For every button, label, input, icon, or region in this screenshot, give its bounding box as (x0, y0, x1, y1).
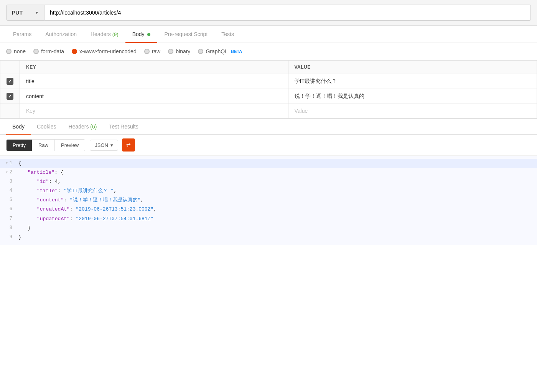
row-value-cell[interactable]: 说！学！逗！唱！我是认真的 (288, 89, 537, 104)
request-tabs: Params Authorization Headers (9) Body Pr… (0, 26, 537, 43)
radio-none[interactable]: none (6, 48, 26, 54)
table-row: content 说！学！逗！唱！我是认真的 (0, 89, 537, 104)
headers-badge: (9) (112, 31, 119, 37)
response-tabs: Body Cookies Headers (6) Test Results (0, 119, 537, 135)
json-line: 3"id": 4, (0, 177, 537, 186)
json-viewer: ▾1{▾2"article": {3"id": 4,4"title": "学IT… (0, 156, 537, 245)
body-type-options: none form-data x-www-form-urlencoded raw… (0, 43, 537, 60)
fold-arrow-icon[interactable]: ▾ (6, 169, 8, 176)
json-line: 7"updatedAt": "2019-06-27T07:54:01.681Z" (0, 214, 537, 224)
view-controls: Pretty Raw Preview JSON ▾ ⇄ (0, 135, 537, 156)
method-label: PUT (12, 10, 23, 16)
body-dot-indicator (147, 33, 150, 36)
response-tab-cookies[interactable]: Cookies (31, 119, 63, 134)
row-key-cell[interactable]: title (20, 74, 288, 89)
tab-authorization[interactable]: Authorization (38, 26, 84, 43)
view-btn-raw[interactable]: Raw (32, 140, 55, 151)
method-chevron-icon: ▼ (35, 11, 39, 15)
table-row-placeholder: Key Value (0, 104, 537, 118)
radio-x-www-form-urlencoded-circle (72, 49, 77, 54)
response-tab-body[interactable]: Body (6, 119, 31, 134)
radio-binary[interactable]: binary (168, 48, 190, 54)
kv-table: KEY VALUE title 学IT最讲究什么？ content 说！学！逗！… (0, 60, 537, 118)
view-btn-preview[interactable]: Preview (55, 140, 85, 151)
json-line: ▾1{ (0, 159, 537, 168)
format-selector[interactable]: JSON ▾ (90, 140, 118, 151)
json-line: 8} (0, 224, 537, 233)
radio-x-www-form-urlencoded[interactable]: x-www-form-urlencoded (72, 48, 137, 54)
beta-badge: BETA (231, 49, 242, 54)
radio-none-circle (6, 49, 12, 54)
col-value-header: VALUE (288, 61, 537, 74)
json-line: 6"createdAt": "2019-06-26T13:51:23.000Z"… (0, 205, 537, 214)
placeholder-key-cell[interactable]: Key (20, 104, 288, 118)
radio-raw[interactable]: raw (144, 48, 161, 54)
response-headers-badge: (6) (90, 124, 97, 130)
radio-form-data-circle (33, 49, 39, 54)
radio-form-data[interactable]: form-data (33, 48, 64, 54)
row-checkbox-cell (0, 74, 20, 89)
col-checkbox-header (0, 61, 20, 74)
tab-body[interactable]: Body (125, 26, 158, 43)
response-section: Body Cookies Headers (6) Test Results Pr… (0, 118, 537, 245)
tab-params[interactable]: Params (6, 26, 38, 43)
radio-raw-circle (144, 49, 150, 54)
json-line: 9} (0, 233, 537, 242)
table-row: title 学IT最讲究什么？ (0, 74, 537, 89)
json-line: 5"content": "说！学！逗！唱！我是认真的", (0, 196, 537, 205)
placeholder-value-cell[interactable]: Value (288, 104, 537, 118)
fold-arrow-icon[interactable]: ▾ (6, 160, 8, 166)
response-tab-headers[interactable]: Headers (6) (63, 119, 103, 134)
radio-binary-circle (168, 49, 173, 54)
wrap-button[interactable]: ⇄ (122, 138, 135, 152)
tab-tests[interactable]: Tests (214, 26, 241, 43)
method-selector[interactable]: PUT ▼ (6, 5, 44, 21)
radio-graphql-circle (198, 49, 203, 54)
row-value-cell[interactable]: 学IT最讲究什么？ (288, 74, 537, 89)
row-key-cell[interactable]: content (20, 89, 288, 104)
placeholder-checkbox-cell (0, 104, 20, 118)
checkbox-checked[interactable] (7, 78, 13, 85)
response-tab-test-results[interactable]: Test Results (103, 119, 144, 134)
view-button-group: Pretty Raw Preview (6, 139, 85, 151)
url-input[interactable] (44, 5, 531, 21)
json-line: ▾2"article": { (0, 168, 537, 177)
tab-pre-request[interactable]: Pre-request Script (157, 26, 214, 43)
url-bar: PUT ▼ (0, 0, 537, 26)
view-btn-pretty[interactable]: Pretty (7, 140, 32, 151)
checkbox-checked[interactable] (7, 93, 13, 100)
tab-headers[interactable]: Headers (9) (84, 26, 125, 43)
row-checkbox-cell (0, 89, 20, 104)
col-key-header: KEY (20, 61, 288, 74)
radio-graphql[interactable]: GraphQL BETA (198, 48, 242, 54)
json-line: 4"title": "学IT最讲究什么？ ", (0, 186, 537, 196)
